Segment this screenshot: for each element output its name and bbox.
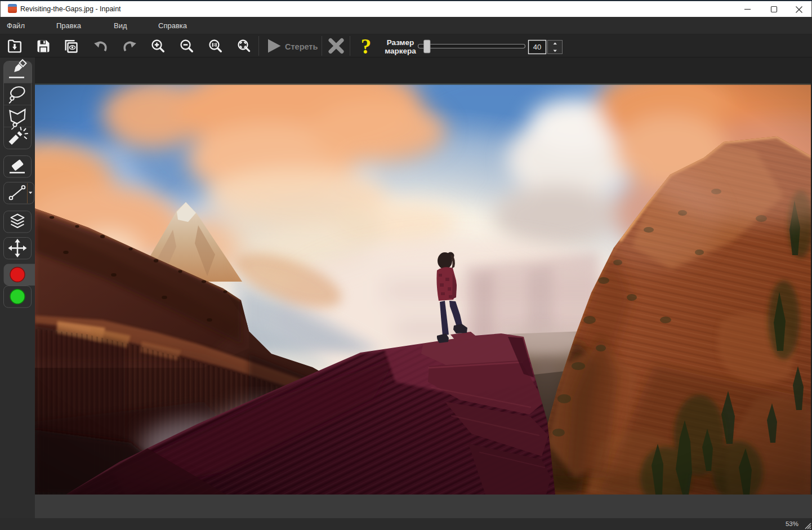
svg-text:маркера: маркера (385, 47, 416, 55)
svg-text:Стереть: Стереть (285, 42, 318, 51)
svg-text:?: ? (361, 35, 372, 57)
svg-text:40: 40 (533, 43, 541, 51)
svg-text:Размер: Размер (387, 38, 414, 47)
